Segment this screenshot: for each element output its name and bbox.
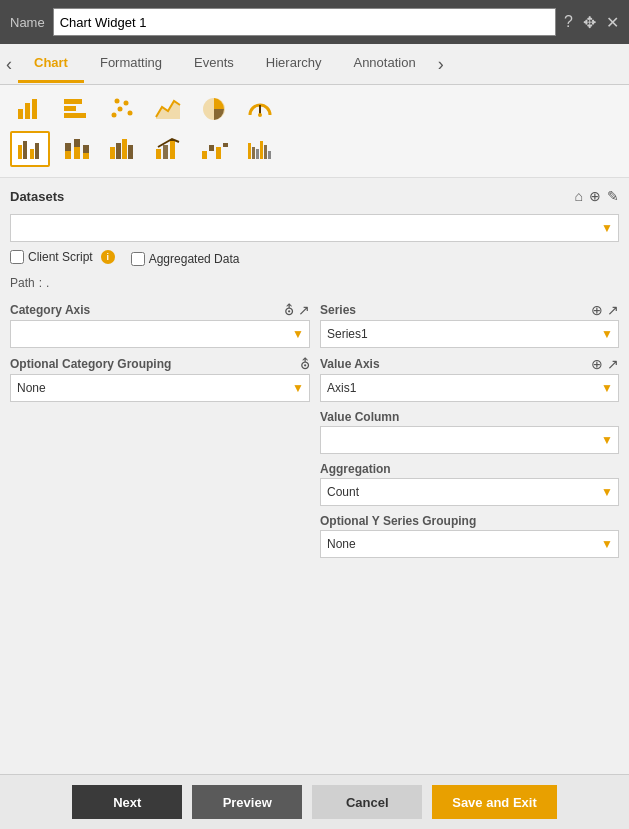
- category-axis-section: Category Axis ⛢ ↗ ▼: [10, 302, 310, 348]
- svg-rect-21: [74, 147, 80, 159]
- chart-type-multi[interactable]: [240, 131, 280, 167]
- category-axis-select[interactable]: [10, 320, 310, 348]
- optional-y-series-grouping-select[interactable]: None: [320, 530, 619, 558]
- value-axis-arrow-icon[interactable]: ↗: [607, 356, 619, 372]
- svg-rect-35: [223, 143, 228, 147]
- svg-rect-30: [163, 145, 168, 159]
- tab-annotation[interactable]: Annotation: [337, 45, 431, 83]
- chart-icons-area: [0, 85, 629, 178]
- client-script-checkbox-wrap: Client Script: [10, 250, 93, 264]
- series-select[interactable]: Series1: [320, 320, 619, 348]
- cancel-button[interactable]: Cancel: [312, 785, 422, 819]
- svg-rect-36: [248, 143, 251, 159]
- optional-category-grouping-section: Optional Category Grouping ⛢ None ▼: [10, 356, 310, 402]
- category-axis-arrow-icon[interactable]: ↗: [298, 302, 310, 318]
- path-label: Path: [10, 276, 35, 290]
- datasets-home-icon[interactable]: ⌂: [575, 188, 583, 204]
- client-script-checkbox[interactable]: [10, 250, 24, 264]
- preview-button[interactable]: Preview: [192, 785, 302, 819]
- category-axis-network-icon[interactable]: ⛢: [284, 302, 294, 318]
- chart-type-hbar[interactable]: [56, 91, 96, 127]
- svg-rect-29: [156, 149, 161, 159]
- help-icon[interactable]: ?: [564, 13, 573, 32]
- chart-type-pie[interactable]: [194, 91, 234, 127]
- tab-events[interactable]: Events: [178, 45, 250, 83]
- svg-rect-19: [65, 151, 71, 159]
- aggregation-section: Aggregation Count Sum Average ▼: [320, 462, 619, 506]
- svg-point-8: [124, 101, 129, 106]
- datasets-edit-icon[interactable]: ✎: [607, 188, 619, 204]
- value-axis-add-icon[interactable]: ⊕: [591, 356, 603, 372]
- tab-formatting[interactable]: Formatting: [84, 45, 178, 83]
- svg-point-6: [112, 113, 117, 118]
- tab-bar: ‹ Chart Formatting Events Hierarchy Anno…: [0, 44, 629, 85]
- svg-rect-32: [202, 151, 207, 159]
- svg-rect-25: [110, 147, 115, 159]
- chart-type-waterfall[interactable]: [194, 131, 234, 167]
- ocg-network-icon[interactable]: ⛢: [300, 356, 310, 372]
- svg-rect-34: [216, 147, 221, 159]
- optional-y-series-grouping-label: Optional Y Series Grouping: [320, 514, 476, 528]
- svg-rect-1: [25, 103, 30, 119]
- svg-rect-16: [23, 141, 27, 159]
- close-icon[interactable]: ✕: [606, 13, 619, 32]
- optional-y-series-grouping-select-wrap: None ▼: [320, 530, 619, 558]
- aggregation-select[interactable]: Count Sum Average: [320, 478, 619, 506]
- two-col-section: Category Axis ⛢ ↗ ▼ Optional Category Gr…: [10, 302, 619, 558]
- tab-prev-button[interactable]: ‹: [0, 44, 18, 84]
- tab-hierarchy[interactable]: Hierarchy: [250, 45, 338, 83]
- series-section: Series ⊕ ↗ Series1 ▼: [320, 302, 619, 348]
- series-icons: ⊕ ↗: [591, 302, 619, 318]
- path-value: .: [46, 276, 49, 290]
- series-arrow-icon[interactable]: ↗: [607, 302, 619, 318]
- svg-rect-33: [209, 145, 214, 151]
- aggregated-data-checkbox[interactable]: [131, 252, 145, 266]
- tab-chart[interactable]: Chart: [18, 45, 84, 83]
- chart-type-area[interactable]: [148, 91, 188, 127]
- tab-next-button[interactable]: ›: [432, 44, 450, 84]
- series-header: Series ⊕ ↗: [320, 302, 619, 318]
- optional-y-series-grouping-header: Optional Y Series Grouping: [320, 514, 619, 528]
- svg-rect-28: [128, 145, 133, 159]
- value-axis-section: Value Axis ⊕ ↗ Axis1 ▼: [320, 356, 619, 402]
- svg-rect-37: [252, 147, 255, 159]
- next-button[interactable]: Next: [72, 785, 182, 819]
- chart-type-bar[interactable]: [10, 91, 50, 127]
- chart-icon-row-2: [10, 131, 619, 167]
- widget-name-input[interactable]: [53, 8, 556, 36]
- value-column-select[interactable]: [320, 426, 619, 454]
- optional-category-grouping-label: Optional Category Grouping: [10, 357, 171, 371]
- datasets-add-icon[interactable]: ⊕: [589, 188, 601, 204]
- client-script-label: Client Script: [28, 250, 93, 264]
- series-label: Series: [320, 303, 356, 317]
- save-exit-button[interactable]: Save and Exit: [432, 785, 557, 819]
- svg-rect-27: [122, 139, 127, 159]
- svg-rect-5: [64, 113, 86, 118]
- series-add-icon[interactable]: ⊕: [591, 302, 603, 318]
- header-icons: ? ✥ ✕: [564, 13, 619, 32]
- svg-rect-3: [64, 99, 82, 104]
- optional-category-grouping-select[interactable]: None: [10, 374, 310, 402]
- svg-rect-24: [83, 145, 89, 153]
- svg-point-14: [258, 113, 262, 117]
- value-axis-select[interactable]: Axis1: [320, 374, 619, 402]
- optional-category-grouping-icons: ⛢: [300, 356, 310, 372]
- chart-type-stacked-bar[interactable]: [56, 131, 96, 167]
- category-axis-icons: ⛢ ↗: [284, 302, 310, 318]
- value-axis-icons: ⊕ ↗: [591, 356, 619, 372]
- value-column-header: Value Column: [320, 410, 619, 424]
- datasets-select[interactable]: [10, 214, 619, 242]
- chart-type-gauge[interactable]: [240, 91, 280, 127]
- svg-point-10: [115, 99, 120, 104]
- svg-rect-20: [65, 143, 71, 151]
- svg-rect-39: [260, 141, 263, 159]
- value-axis-label: Value Axis: [320, 357, 380, 371]
- chart-type-grouped-bar[interactable]: [10, 131, 50, 167]
- move-icon[interactable]: ✥: [583, 13, 596, 32]
- value-axis-select-wrap: Axis1 ▼: [320, 374, 619, 402]
- aggregation-label: Aggregation: [320, 462, 391, 476]
- chart-type-scatter[interactable]: [102, 91, 142, 127]
- client-script-info-icon: i: [101, 250, 115, 264]
- chart-type-3d-bar[interactable]: [102, 131, 142, 167]
- chart-type-combo[interactable]: [148, 131, 188, 167]
